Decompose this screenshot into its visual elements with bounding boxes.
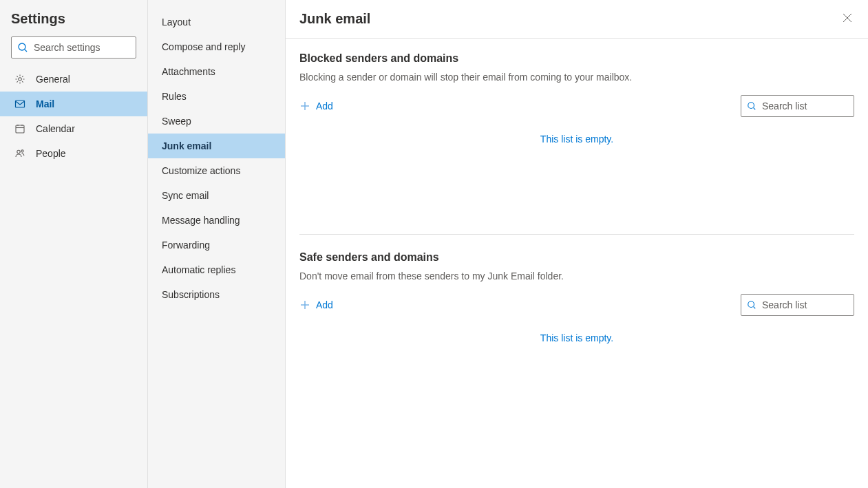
safe-search-box[interactable] xyxy=(741,294,854,316)
category-label: People xyxy=(36,148,66,159)
close-button[interactable] xyxy=(839,10,856,26)
blocked-senders-heading: Blocked senders and domains xyxy=(299,52,854,65)
close-icon xyxy=(843,13,852,23)
category-label: Mail xyxy=(36,98,54,109)
svg-rect-4 xyxy=(16,125,24,133)
svg-line-1 xyxy=(25,50,27,52)
subcategory-sync-email[interactable]: Sync email xyxy=(148,183,285,208)
subcategory-message-handling[interactable]: Message handling xyxy=(148,208,285,233)
category-general[interactable]: General xyxy=(0,67,147,92)
subcategory-forwarding[interactable]: Forwarding xyxy=(148,233,285,257)
calendar-icon xyxy=(14,123,26,135)
blocked-senders-description: Blocking a sender or domain will stop th… xyxy=(299,72,854,83)
svg-rect-3 xyxy=(16,100,25,107)
people-icon xyxy=(14,147,26,160)
safe-empty-message: This list is empty. xyxy=(299,328,854,371)
category-calendar[interactable]: Calendar xyxy=(0,116,147,141)
subcategory-compose-and-reply[interactable]: Compose and reply xyxy=(148,34,285,59)
subcategory-automatic-replies[interactable]: Automatic replies xyxy=(148,257,285,282)
search-icon xyxy=(747,101,756,111)
page-title: Junk email xyxy=(299,11,370,27)
search-settings-box[interactable] xyxy=(11,36,136,59)
mail-icon xyxy=(14,98,26,110)
main-panel: Junk email Blocked senders and domains B… xyxy=(286,0,868,488)
category-mail[interactable]: Mail xyxy=(0,92,147,116)
svg-point-2 xyxy=(19,78,21,81)
blocked-search-input[interactable] xyxy=(761,100,868,112)
svg-point-8 xyxy=(17,150,20,153)
blocked-add-button[interactable]: Add xyxy=(299,100,333,112)
subcategory-junk-email[interactable]: Junk email xyxy=(148,134,285,158)
subcategory-layout[interactable]: Layout xyxy=(148,10,285,34)
safe-add-button[interactable]: Add xyxy=(299,299,333,310)
blocked-senders-section: Blocked senders and domains Blocking a s… xyxy=(299,52,854,235)
svg-point-9 xyxy=(21,150,23,152)
safe-senders-section: Safe senders and domains Don't move emai… xyxy=(299,251,854,392)
svg-point-0 xyxy=(19,43,25,50)
svg-point-18 xyxy=(748,301,754,308)
blocked-empty-message: This list is empty. xyxy=(299,129,854,213)
subcategory-sweep[interactable]: Sweep xyxy=(148,109,285,134)
category-label: General xyxy=(36,74,70,85)
settings-subcategories-sidebar: Layout Compose and reply Attachments Rul… xyxy=(148,0,286,488)
search-settings-input[interactable] xyxy=(32,41,156,54)
plus-icon xyxy=(299,100,310,112)
settings-categories-sidebar: Settings General Mail Cal xyxy=(0,0,148,488)
blocked-search-box[interactable] xyxy=(741,95,854,117)
safe-search-input[interactable] xyxy=(761,299,868,311)
category-label: Calendar xyxy=(36,123,75,134)
svg-line-19 xyxy=(754,307,756,309)
main-header: Junk email xyxy=(286,0,868,39)
svg-point-14 xyxy=(748,103,754,109)
plus-icon xyxy=(299,299,310,310)
safe-add-label: Add xyxy=(316,299,333,310)
subcategory-subscriptions[interactable]: Subscriptions xyxy=(148,282,285,307)
category-people[interactable]: People xyxy=(0,141,147,166)
subcategory-attachments[interactable]: Attachments xyxy=(148,59,285,84)
settings-title: Settings xyxy=(11,11,147,27)
blocked-add-label: Add xyxy=(316,100,333,112)
safe-senders-heading: Safe senders and domains xyxy=(299,251,854,264)
subcategory-customize-actions[interactable]: Customize actions xyxy=(148,158,285,183)
gear-icon xyxy=(14,73,26,85)
subcategory-rules[interactable]: Rules xyxy=(148,84,285,109)
search-icon xyxy=(747,300,756,310)
search-icon xyxy=(17,42,28,53)
svg-line-15 xyxy=(754,108,756,110)
safe-senders-description: Don't move email from these senders to m… xyxy=(299,270,854,282)
